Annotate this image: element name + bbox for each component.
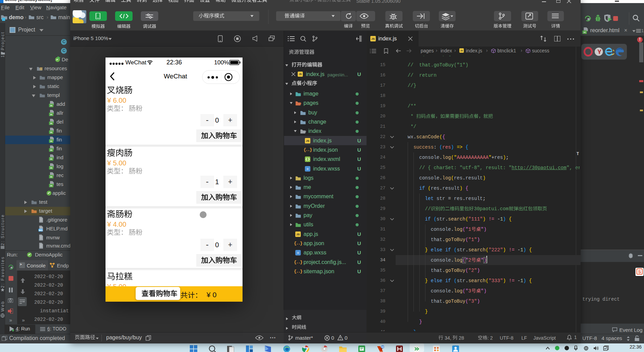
- svg-text:H: H: [50, 175, 52, 178]
- svg-text:H: H: [50, 184, 52, 187]
- svg-text:H: H: [50, 113, 52, 116]
- svg-text:MD: MD: [39, 229, 42, 231]
- svg-text:H: H: [50, 122, 52, 125]
- svg-text:W: W: [381, 345, 384, 349]
- svg-text:H: H: [50, 149, 52, 152]
- svg-text:H: H: [50, 158, 52, 161]
- svg-text:H: H: [50, 140, 52, 143]
- svg-text:H: H: [50, 131, 52, 134]
- svg-text:H: H: [584, 31, 586, 34]
- svg-text:H: H: [50, 166, 52, 169]
- svg-text:H: H: [50, 104, 52, 107]
